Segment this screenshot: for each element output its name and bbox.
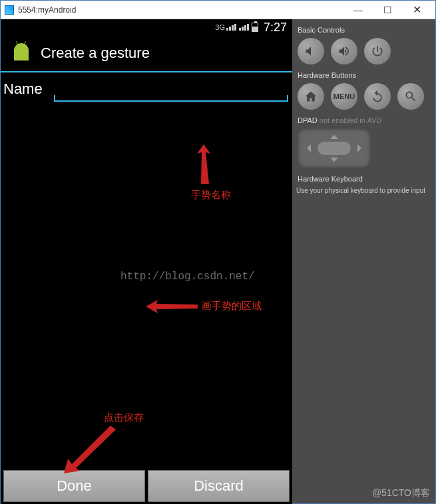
arrow-save-icon (64, 422, 124, 475)
signal-icon (239, 24, 249, 31)
dpad-right[interactable] (357, 144, 365, 152)
name-input[interactable] (54, 79, 288, 102)
done-button[interactable]: Done (3, 470, 145, 502)
emulator-side-panel: Basic Controls Hardware Buttons MENU DPA… (292, 19, 435, 503)
annotation-name: 手势名称 (191, 189, 231, 201)
dpad-center[interactable] (318, 142, 351, 155)
power-button[interactable] (364, 38, 391, 64)
keyboard-note: Use your physical keyboard to provide in… (296, 187, 431, 194)
app-title: Create a gesture (41, 45, 150, 62)
window-title: 5554:myAndroid (18, 5, 76, 15)
app-bar: Create a gesture (1, 35, 292, 71)
dpad-title: DPAD not enabled in AVD (298, 116, 431, 124)
annotation-draw: 画手势的区域 (202, 300, 262, 313)
watermark-credit: @51CTO博客 (372, 487, 430, 499)
maximize-button[interactable]: ☐ (373, 3, 402, 17)
menu-button[interactable]: MENU (331, 83, 357, 110)
search-button[interactable] (397, 83, 424, 110)
dpad-down[interactable] (330, 158, 338, 166)
home-button[interactable] (298, 83, 324, 110)
hardware-buttons-title: Hardware Buttons (298, 71, 431, 79)
button-bar: Done Discard (1, 467, 292, 504)
back-button[interactable] (364, 83, 391, 110)
network-3g-icon: 3G (215, 23, 236, 31)
watermark-url: http://blog.csdn.net/ (120, 271, 255, 283)
android-icon (10, 42, 33, 64)
clock: 7:27 (264, 21, 287, 35)
name-label: Name (1, 80, 54, 102)
arrow-name-icon (184, 144, 224, 191)
svg-marker-2 (64, 426, 116, 473)
close-button[interactable]: ✕ (402, 3, 431, 17)
dpad-up[interactable] (330, 131, 338, 139)
discard-button[interactable]: Discard (148, 470, 290, 502)
status-bar: 3G 7:27 (1, 19, 292, 35)
dpad (298, 128, 371, 168)
device-screen: 3G 7:27 Create a gesture Name (1, 19, 292, 504)
app-icon (5, 5, 14, 15)
titlebar: 5554:myAndroid — ☐ ✕ (1, 1, 435, 19)
window-content: 3G 7:27 Create a gesture Name (1, 19, 435, 503)
battery-icon (252, 23, 258, 32)
window-frame: 5554:myAndroid — ☐ ✕ 3G 7:27 (0, 0, 436, 504)
basic-controls-title: Basic Controls (298, 26, 431, 34)
minimize-button[interactable]: — (343, 3, 373, 17)
volume-up-button[interactable] (331, 38, 357, 64)
arrow-draw-icon (146, 299, 199, 315)
dpad-left[interactable] (303, 144, 311, 152)
svg-marker-1 (146, 300, 198, 313)
volume-down-button[interactable] (298, 38, 324, 64)
svg-marker-0 (197, 144, 210, 184)
name-row: Name (1, 72, 292, 102)
keyboard-title: Hardware Keyboard (298, 175, 431, 183)
